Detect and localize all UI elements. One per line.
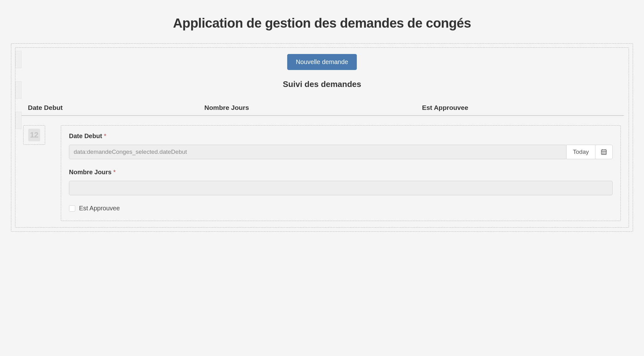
required-star-icon: * bbox=[104, 132, 106, 139]
svg-rect-8 bbox=[604, 153, 604, 154]
drag-handle-icon[interactable] bbox=[15, 81, 22, 99]
nombre-jours-label-text: Nombre Jours bbox=[69, 169, 112, 175]
today-button[interactable]: Today bbox=[567, 145, 595, 159]
nombre-jours-input[interactable] bbox=[69, 181, 613, 195]
form-group-nombre-jours: Nombre Jours * bbox=[69, 169, 613, 195]
record-index-badge-frame: 12 bbox=[23, 125, 45, 145]
new-request-button[interactable]: Nouvelle demande bbox=[287, 54, 357, 70]
nombre-jours-label: Nombre Jours * bbox=[69, 169, 613, 176]
date-debut-input[interactable] bbox=[69, 145, 567, 159]
date-debut-label: Date Debut * bbox=[69, 132, 613, 140]
drag-handle-icon[interactable] bbox=[15, 112, 22, 129]
column-header-nombre-jours[interactable]: Nombre Jours bbox=[204, 104, 422, 111]
tracking-title: Suivi des demandes bbox=[20, 79, 624, 89]
est-approuvee-label: Est Approuvee bbox=[79, 205, 120, 212]
calendar-picker-button[interactable] bbox=[595, 145, 613, 159]
calendar-icon bbox=[601, 149, 607, 155]
app-title: Application de gestion des demandes de c… bbox=[6, 16, 638, 31]
designer-outer-frame: Nouvelle demande Suivi des demandes Date… bbox=[11, 43, 633, 232]
required-star-icon: * bbox=[113, 169, 116, 175]
form-group-est-approuvee: Est Approuvee bbox=[69, 205, 613, 212]
table-header-row: Date Debut Nombre Jours Est Approuvee bbox=[20, 100, 624, 116]
est-approuvee-checkbox[interactable] bbox=[69, 205, 75, 212]
drag-handle-icon[interactable] bbox=[15, 51, 22, 68]
form-panel: Date Debut * Today bbox=[61, 125, 621, 221]
column-header-date-debut[interactable]: Date Debut bbox=[28, 104, 204, 111]
detail-row: 12 Date Debut * Today bbox=[20, 125, 624, 221]
record-index-badge: 12 bbox=[28, 129, 40, 141]
svg-rect-7 bbox=[602, 153, 603, 154]
designer-handles bbox=[15, 51, 22, 129]
svg-rect-9 bbox=[605, 153, 605, 154]
svg-rect-5 bbox=[604, 152, 604, 153]
column-header-est-approuvee[interactable]: Est Approuvee bbox=[422, 104, 616, 111]
svg-rect-6 bbox=[605, 152, 605, 153]
date-debut-label-text: Date Debut bbox=[69, 132, 102, 139]
designer-inner-frame: Nouvelle demande Suivi des demandes Date… bbox=[15, 47, 629, 228]
form-group-date-debut: Date Debut * Today bbox=[69, 132, 613, 159]
svg-rect-4 bbox=[602, 152, 603, 153]
